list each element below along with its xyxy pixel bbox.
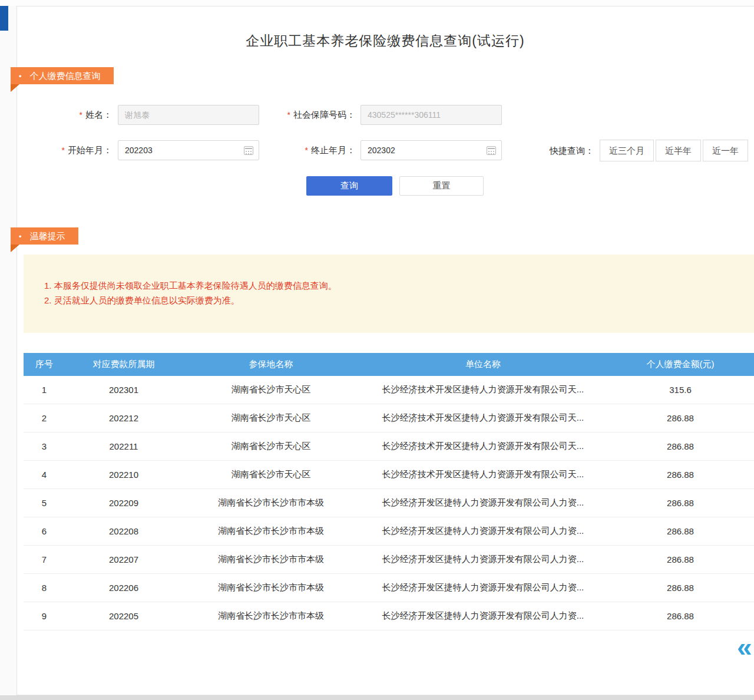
required-mark: * (305, 146, 308, 155)
table-cell: 286.88 (607, 583, 754, 593)
table-row: 1202301湖南省长沙市天心区长沙经济技术开发区捷特人力资源开发有限公司天..… (24, 376, 754, 404)
table-cell: 202205 (65, 611, 183, 621)
table-cell: 286.88 (607, 526, 754, 536)
table-cell: 1 (24, 385, 65, 395)
table-cell: 湖南省长沙市天心区 (183, 441, 359, 452)
table-cell: 286.88 (607, 611, 754, 621)
table-cell: 8 (24, 583, 65, 593)
table-cell: 286.88 (607, 413, 754, 423)
table-cell: 315.6 (607, 385, 754, 395)
bottom-divider (0, 695, 754, 700)
quick-query-label: 快捷查询： (550, 140, 594, 161)
table-cell: 202211 (65, 441, 183, 451)
header-insured-place: 参保地名称 (183, 359, 359, 370)
table-cell: 286.88 (607, 554, 754, 564)
query-button[interactable]: 查询 (306, 176, 392, 196)
table-cell: 长沙经济技术开发区捷特人力资源开发有限公司天... (359, 412, 607, 424)
calendar-icon[interactable] (487, 146, 496, 155)
table-cell: 286.88 (607, 498, 754, 508)
end-month-field[interactable]: 202302 (361, 140, 502, 160)
table-body: 1202301湖南省长沙市天心区长沙经济技术开发区捷特人力资源开发有限公司天..… (24, 376, 754, 630)
collapse-chevron-icon[interactable]: « (737, 634, 752, 660)
ssn-field: 430525******306111 (361, 105, 502, 125)
side-tab[interactable] (0, 6, 8, 31)
table-row: 3202211湖南省长沙市天心区长沙经济技术开发区捷特人力资源开发有限公司天..… (24, 432, 754, 461)
table-header-row: 序号 对应费款所属期 参保地名称 单位名称 个人缴费金额(元) (24, 353, 754, 376)
table-cell: 202208 (65, 526, 183, 536)
table-cell: 9 (24, 611, 65, 621)
table-cell: 3 (24, 441, 65, 451)
table-cell: 2 (24, 413, 65, 423)
table-row: 5202209湖南省长沙市长沙市市本级长沙经济开发区捷特人力资源开发有限公司人力… (24, 489, 754, 517)
tips-line: 1. 本服务仅提供尚未领取企业职工基本养老保险待遇人员的缴费信息查询。 (44, 278, 754, 293)
required-mark: * (62, 146, 65, 155)
table-row: 8202206湖南省长沙市长沙市市本级长沙经济开发区捷特人力资源开发有限公司人力… (24, 574, 754, 602)
table-cell: 长沙经济技术开发区捷特人力资源开发有限公司天... (359, 469, 607, 480)
table-cell: 6 (24, 526, 65, 536)
results-table: 序号 对应费款所属期 参保地名称 单位名称 个人缴费金额(元) 1202301湖… (24, 353, 754, 630)
header-employer: 单位名称 (359, 359, 607, 370)
table-cell: 湖南省长沙市长沙市市本级 (183, 497, 359, 509)
ssn-label: *社会保障号码： (262, 105, 355, 125)
table-cell: 长沙经济开发区捷特人力资源开发有限公司人力资... (359, 554, 607, 565)
calendar-icon[interactable] (244, 146, 253, 155)
name-field: 谢旭泰 (118, 105, 259, 125)
header-index: 序号 (24, 359, 65, 370)
section-badge-tips: •温馨提示 (11, 227, 78, 245)
ribbon-fold (11, 84, 19, 92)
table-cell: 长沙经济开发区捷特人力资源开发有限公司人力资... (359, 526, 607, 537)
ribbon-fold (11, 245, 19, 252)
page: 企业职工基本养老保险缴费信息查询(试运行) •个人缴费信息查询 *姓名： 谢旭泰… (0, 0, 754, 700)
name-label: *姓名： (47, 105, 112, 125)
section-badge-query: •个人缴费信息查询 (11, 67, 114, 84)
table-cell: 长沙经济开发区捷特人力资源开发有限公司人力资... (359, 497, 607, 509)
quick-btn-oneyear[interactable]: 近一年 (703, 140, 748, 161)
quick-query-group: 近三个月 近半年 近一年 (600, 140, 748, 161)
table-cell: 湖南省长沙市长沙市市本级 (183, 554, 359, 565)
quick-btn-halfyear[interactable]: 近半年 (656, 140, 701, 161)
header-period: 对应费款所属期 (65, 359, 183, 370)
required-mark: * (80, 110, 82, 120)
table-cell: 长沙经济技术开发区捷特人力资源开发有限公司天... (359, 441, 607, 452)
section-badge-tips-label: 温馨提示 (30, 231, 65, 241)
table-row: 4202210湖南省长沙市天心区长沙经济技术开发区捷特人力资源开发有限公司天..… (24, 461, 754, 489)
table-cell: 4 (24, 470, 65, 480)
start-month-field[interactable]: 202203 (118, 140, 259, 160)
tips-line: 2. 灵活就业人员的缴费单位信息以实际缴费为准。 (44, 293, 754, 308)
section-badge-query-label: 个人缴费信息查询 (30, 71, 101, 81)
table-cell: 湖南省长沙市长沙市市本级 (183, 526, 359, 537)
table-cell: 长沙经济开发区捷特人力资源开发有限公司人力资... (359, 582, 607, 593)
table-row: 9202205湖南省长沙市长沙市市本级长沙经济开发区捷特人力资源开发有限公司人力… (24, 602, 754, 630)
table-cell: 202210 (65, 470, 183, 480)
table-cell: 286.88 (607, 441, 754, 451)
bullet-icon: • (19, 228, 22, 245)
table-cell: 湖南省长沙市长沙市市本级 (183, 582, 359, 593)
left-gutter (0, 6, 16, 695)
reset-button[interactable]: 重置 (399, 176, 484, 196)
start-month-label: *开始年月： (47, 140, 112, 160)
table-cell: 7 (24, 554, 65, 564)
table-cell: 202206 (65, 583, 183, 593)
table-row: 7202207湖南省长沙市长沙市市本级长沙经济开发区捷特人力资源开发有限公司人力… (24, 546, 754, 574)
table-row: 6202208湖南省长沙市长沙市市本级长沙经济开发区捷特人力资源开发有限公司人力… (24, 517, 754, 546)
table-cell: 湖南省长沙市天心区 (183, 384, 359, 395)
header-amount: 个人缴费金额(元) (607, 359, 754, 370)
table-cell: 长沙经济开发区捷特人力资源开发有限公司人力资... (359, 610, 607, 622)
page-title: 企业职工基本养老保险缴费信息查询(试运行) (16, 32, 754, 50)
tips-box: 1. 本服务仅提供尚未领取企业职工基本养老保险待遇人员的缴费信息查询。 2. 灵… (24, 255, 754, 333)
quick-btn-3months[interactable]: 近三个月 (600, 140, 654, 161)
required-mark: * (287, 110, 290, 120)
table-row: 2202212湖南省长沙市天心区长沙经济技术开发区捷特人力资源开发有限公司天..… (24, 404, 754, 432)
table-cell: 湖南省长沙市天心区 (183, 412, 359, 424)
end-month-label: *终止年月： (262, 140, 355, 160)
table-cell: 286.88 (607, 470, 754, 480)
table-cell: 5 (24, 498, 65, 508)
bullet-icon: • (19, 68, 22, 85)
table-cell: 长沙经济技术开发区捷特人力资源开发有限公司天... (359, 384, 607, 395)
table-cell: 202207 (65, 554, 183, 564)
table-cell: 湖南省长沙市长沙市市本级 (183, 610, 359, 622)
table-cell: 202212 (65, 413, 183, 423)
table-cell: 202301 (65, 385, 183, 395)
table-cell: 湖南省长沙市天心区 (183, 469, 359, 480)
table-cell: 202209 (65, 498, 183, 508)
